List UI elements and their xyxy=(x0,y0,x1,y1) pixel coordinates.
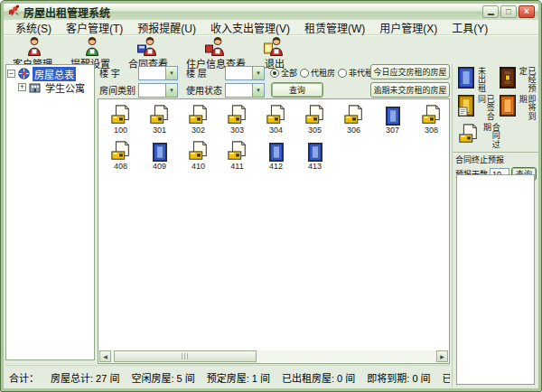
tree-node[interactable]: −房屋总表 xyxy=(7,67,93,80)
paper-envelope-icon xyxy=(149,104,171,126)
room-item[interactable]: 410 xyxy=(179,140,218,171)
minimize-button[interactable] xyxy=(482,5,499,18)
menu-item[interactable]: 客户管理(T) xyxy=(59,19,130,36)
tree-expander-icon[interactable]: − xyxy=(7,70,15,78)
person-disk-icon xyxy=(137,36,159,56)
room-item[interactable]: 408 xyxy=(101,140,140,171)
paper-envelope-icon xyxy=(227,140,248,162)
chevron-down-icon[interactable]: ▼ xyxy=(165,84,177,97)
room-item[interactable]: 303 xyxy=(218,104,257,135)
room-grid: 100301302303304305306307308 408409410411… xyxy=(98,98,450,364)
room-item[interactable]: 302 xyxy=(179,104,218,135)
radio-icon[interactable] xyxy=(300,69,309,78)
menu-item[interactable]: 工具(Y) xyxy=(444,19,495,36)
legend-panel: 未出租已签合同合同过期已经预定即将到期 合同终止预报 预报天数 查询 xyxy=(452,64,538,387)
radio-option[interactable]: 代租房 xyxy=(300,67,335,79)
tree-node-label[interactable]: 房屋总表 xyxy=(33,67,76,81)
forecast-group-title: 合同终止预报 xyxy=(453,152,538,165)
title-bar[interactable]: 房屋出租管理系统 □ × xyxy=(4,4,538,20)
menu-item[interactable]: 预报提醒(U) xyxy=(130,19,203,36)
room-item[interactable]: 305 xyxy=(295,104,334,135)
radio-icon[interactable] xyxy=(270,69,279,78)
door-blue-icon xyxy=(458,67,474,89)
legend-label: 未出租 xyxy=(476,67,485,93)
person-exit-icon xyxy=(264,36,285,56)
room-number: 100 xyxy=(114,126,127,135)
filter-panel: 楼 宇 ▼ 楼 层 ▼ 全部代租房非代租房 房间类别 ▼ 使用状态 ▼ 查询 今… xyxy=(98,64,450,98)
legend-label: 即将到期 xyxy=(518,95,536,123)
room-number: 413 xyxy=(308,163,322,171)
room-item[interactable]: 304 xyxy=(257,104,295,135)
globe-icon xyxy=(18,68,30,79)
tree-node-label[interactable]: 学生公寓 xyxy=(43,80,87,95)
building-label: 楼 宇 xyxy=(99,66,136,79)
legend-item: 未出租 xyxy=(458,67,500,95)
radio-selected[interactable]: 全部 xyxy=(270,67,297,79)
due-today-button[interactable]: 今日应交房租的房屋 xyxy=(370,64,450,79)
door-blue-icon xyxy=(308,143,322,162)
radio-icon[interactable] xyxy=(338,69,347,78)
menu-item[interactable]: 租赁管理(W) xyxy=(297,19,372,36)
chevron-down-icon[interactable]: ▼ xyxy=(165,67,177,79)
floor-select[interactable]: ▼ xyxy=(225,66,265,80)
status-stat: 已到期: 21 间 xyxy=(443,370,450,385)
horizontal-scrollbar[interactable]: ◀ ▶ xyxy=(99,350,448,362)
query-button[interactable]: 查询 xyxy=(271,82,323,98)
room-item[interactable]: 301 xyxy=(140,104,179,135)
room-number: 305 xyxy=(308,126,322,135)
room-item[interactable]: 306 xyxy=(334,104,373,135)
paper-envelope-icon xyxy=(343,104,365,126)
room-item[interactable]: 308 xyxy=(412,104,451,135)
scroll-left-icon[interactable]: ◀ xyxy=(99,350,111,362)
status-bar: 合计： 房屋总计: 27 间空闲房屋: 5 间预定房屋: 1 间已出租房屋: 0… xyxy=(5,365,450,388)
person-book-icon xyxy=(205,36,227,56)
room-number: 303 xyxy=(230,126,244,135)
legend-label: 已签合同 xyxy=(476,95,494,123)
room-item[interactable]: 411 xyxy=(218,140,257,171)
chevron-down-icon[interactable]: ▼ xyxy=(252,84,264,97)
room-number: 411 xyxy=(230,163,243,171)
maximize-button[interactable]: □ xyxy=(500,5,517,18)
rental-type-radios: 全部代租房非代租房 xyxy=(267,67,381,79)
room-number: 304 xyxy=(269,126,283,135)
status-stat: 空闲房屋: 5 间 xyxy=(131,370,194,385)
room-item[interactable]: 100 xyxy=(101,104,140,135)
tree-node[interactable]: +学生公寓 xyxy=(18,80,93,94)
building-select[interactable]: ▼ xyxy=(138,66,178,80)
paper-envelope-icon xyxy=(188,140,210,162)
app-window: 房屋出租管理系统 □ × 系统(S)客户管理(T)预报提醒(U)收入支出管理(V… xyxy=(0,0,542,392)
forecast-result-list[interactable] xyxy=(456,174,535,385)
close-button[interactable]: × xyxy=(519,5,535,18)
minimize-icon xyxy=(488,14,494,15)
chevron-down-icon[interactable]: ▼ xyxy=(252,67,264,79)
paper-envelope-icon xyxy=(188,104,210,126)
menu-item[interactable]: 系统(S) xyxy=(8,19,59,36)
legend-label: 合同过期 xyxy=(481,123,500,151)
overdue-button[interactable]: 逾期未交房租的房屋 xyxy=(370,82,450,98)
room-row: 408409410411412413 xyxy=(101,140,334,171)
room-item[interactable]: 307 xyxy=(373,104,412,135)
window-title: 房屋出租管理系统 xyxy=(23,5,479,20)
legend-item: 即将到期 xyxy=(500,95,537,123)
room-number: 408 xyxy=(114,163,127,171)
room-number: 410 xyxy=(192,163,205,171)
menu-item[interactable]: 用户管理(X) xyxy=(372,19,444,36)
room-number: 412 xyxy=(269,163,283,171)
paper-envelope-icon xyxy=(110,104,132,126)
legend-item: 已经预定 xyxy=(500,67,537,95)
person-green-icon xyxy=(79,36,101,56)
usage-status-select[interactable]: ▼ xyxy=(225,83,265,98)
door-dark-icon xyxy=(500,67,516,89)
room-type-select[interactable]: ▼ xyxy=(138,83,178,98)
tree-expander-icon[interactable]: + xyxy=(18,83,26,91)
room-item[interactable]: 409 xyxy=(140,140,179,171)
menu-item[interactable]: 收入支出管理(V) xyxy=(203,19,297,36)
building-tree: −房屋总表+学生公寓 xyxy=(5,64,95,360)
toolbar: 客户管理提醒设置合同查看住户信息查看退出 xyxy=(4,35,538,63)
paper-envelope-icon xyxy=(304,104,326,126)
room-item[interactable]: 412 xyxy=(257,140,295,171)
room-number: 306 xyxy=(347,126,360,135)
scrollbar-thumb[interactable] xyxy=(114,350,257,362)
room-item[interactable]: 413 xyxy=(295,140,334,171)
scroll-right-icon[interactable]: ▶ xyxy=(436,350,448,362)
